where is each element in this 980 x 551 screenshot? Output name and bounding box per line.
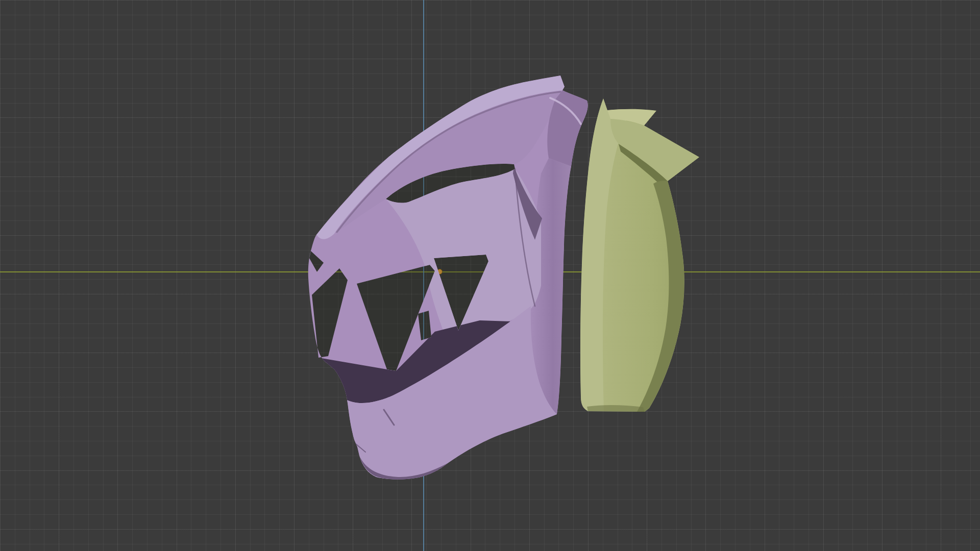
scene-objects: [0, 0, 980, 551]
mask-back-object[interactable]: [580, 98, 699, 412]
3d-viewport[interactable]: [0, 0, 980, 551]
